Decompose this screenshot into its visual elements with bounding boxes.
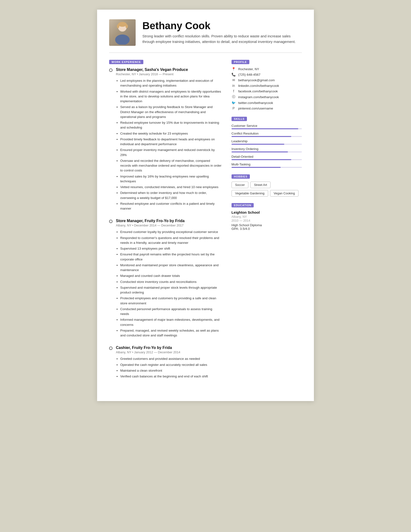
education-section: EDUCATION Leighton School Albany, NY 201… bbox=[231, 203, 302, 230]
job-bullet: Conducted personnel performance appraisa… bbox=[120, 307, 222, 317]
job-item: Store Manager, Fruity Fro-Yo by Frida Al… bbox=[109, 219, 222, 339]
job-title: Store Manager, Fruity Fro-Yo by Frida bbox=[116, 219, 222, 223]
job-bullet: Determined when to order inventory and h… bbox=[120, 190, 222, 200]
skill-bar-bg bbox=[231, 167, 302, 168]
education-label: EDUCATION bbox=[231, 203, 254, 207]
skill-item: Customer Service bbox=[231, 124, 302, 129]
job-bullet: Maintained a clean storefront bbox=[120, 368, 222, 373]
profile-facebook: f facebook.com/bethanycook bbox=[231, 89, 302, 93]
job-bullet: Led employees in the planning, implement… bbox=[120, 78, 222, 88]
work-experience-label: WORK EXPERIENCE bbox=[109, 60, 143, 64]
job-bullet: Operated the cash register and accuratel… bbox=[120, 362, 222, 367]
instagram-icon: ⓒ bbox=[231, 95, 236, 99]
candidate-summary: Strong leader with conflict resolution s… bbox=[142, 33, 302, 45]
resume-page: Bethany Cook Strong leader with conflict… bbox=[97, 10, 314, 401]
job-bullet: Provided timely feedback to department h… bbox=[120, 137, 222, 147]
location-icon: 📍 bbox=[231, 67, 236, 71]
job-circle bbox=[109, 347, 112, 350]
skill-item: Multi-Tasking bbox=[231, 162, 302, 168]
linkedin-icon: in bbox=[231, 84, 236, 87]
header-section: Bethany Cook Strong leader with conflict… bbox=[109, 19, 302, 46]
profile-phone: 📞 (725) 648-4567 bbox=[231, 73, 302, 76]
job-bullet: Worked with district managers and employ… bbox=[120, 89, 222, 104]
job-bullet: Protected employees and customers by pro… bbox=[120, 296, 222, 306]
profile-location: 📍 Rochester, NY bbox=[231, 67, 302, 71]
skill-bar-fill bbox=[231, 144, 284, 145]
twitter-icon: 🐦 bbox=[231, 101, 236, 105]
skill-bar-bg bbox=[231, 144, 302, 145]
candidate-name: Bethany Cook bbox=[142, 20, 302, 31]
job-circle bbox=[109, 220, 112, 223]
job-bullets: Greeted customers and provided assistanc… bbox=[116, 356, 222, 379]
job-bullet: Supervised and maintained proper stock l… bbox=[120, 285, 222, 295]
hobbies-section: HOBBIES Soccer Street Art Vegetable Gard… bbox=[231, 174, 302, 197]
job-meta: Albany, NY • December 2014 — December 20… bbox=[116, 224, 222, 227]
job-bullet: Oversaw and recorded the delivery of mer… bbox=[120, 158, 222, 173]
skill-name: Multi-Tasking bbox=[231, 162, 302, 166]
job-content: Store Manager, Sasha's Vegan Produce Roc… bbox=[116, 67, 222, 212]
hobby-tag: Soccer bbox=[231, 181, 248, 188]
skill-item: Conflict Resolution bbox=[231, 132, 302, 137]
job-bullet: Prepared, managed, and revised weekly sc… bbox=[120, 328, 222, 338]
skill-name: Conflict Resolution bbox=[231, 132, 302, 135]
profile-instagram: ⓒ instagram.com/bethanycook bbox=[231, 95, 302, 99]
profile-twitter: 🐦 twitter.com/bethanycook bbox=[231, 101, 302, 105]
job-bullet: Resolved employee and customer conflicts… bbox=[120, 201, 222, 211]
profile-photo bbox=[109, 19, 136, 46]
skill-item: Leadership bbox=[231, 139, 302, 145]
edu-location: Albany, NY bbox=[231, 215, 302, 218]
job-bullet: Created the weekly schedule for 23 emplo… bbox=[120, 131, 222, 136]
job-bullet: Responded to customer's questions and re… bbox=[120, 236, 222, 246]
skill-name: Detail-Oriented bbox=[231, 155, 302, 158]
profile-label: PROFILE bbox=[231, 60, 249, 64]
job-bullet: Verified cash balances at the beginning … bbox=[120, 374, 222, 379]
skill-bar-fill bbox=[231, 159, 291, 160]
hobby-tag: Vegan Cooking bbox=[270, 190, 299, 197]
job-circle bbox=[109, 68, 112, 72]
profile-linkedin: in linkedin.com/in/bethanycook bbox=[231, 84, 302, 87]
main-columns: WORK EXPERIENCE Store Manager, Sasha's V… bbox=[109, 60, 302, 387]
skill-bar-bg bbox=[231, 152, 302, 152]
skill-bar-fill bbox=[231, 128, 299, 129]
job-meta: Rochester, NY • January 2018 — Present bbox=[116, 72, 222, 76]
hobby-tag: Street Art bbox=[250, 181, 271, 188]
job-bullets: Ensured customer loyalty by providing ex… bbox=[116, 230, 222, 338]
skill-bar-fill bbox=[231, 167, 281, 168]
skill-name: Leadership bbox=[231, 139, 302, 143]
job-bullet: Greeted customers and provided assistanc… bbox=[120, 356, 222, 361]
skill-bar-bg bbox=[231, 159, 302, 160]
profile-pinterest: P pinterest.com/username bbox=[231, 106, 302, 110]
skill-name: Customer Service bbox=[231, 124, 302, 128]
header-info: Bethany Cook Strong leader with conflict… bbox=[142, 19, 302, 45]
photo-placeholder bbox=[109, 19, 136, 46]
facebook-icon: f bbox=[231, 89, 236, 93]
email-icon: ✉ bbox=[231, 78, 236, 82]
hobbies-label: HOBBIES bbox=[231, 174, 250, 179]
job-bullet: Monitored and maintained proper store cl… bbox=[120, 263, 222, 273]
job-bullet: Reduced employee turnover by 15% due to … bbox=[120, 120, 222, 130]
job-title: Cashier, Fruity Fro-Yo by Frida bbox=[116, 346, 222, 350]
job-item: Cashier, Fruity Fro-Yo by Frida Albany, … bbox=[109, 346, 222, 380]
skill-bar-bg bbox=[231, 128, 302, 129]
edu-years: 2010 — 2014 bbox=[231, 219, 302, 222]
skill-bar-fill bbox=[231, 152, 288, 152]
job-bullet: Supervised 13 employees per shift bbox=[120, 246, 222, 251]
svg-point-1 bbox=[115, 35, 130, 45]
skill-bar-fill bbox=[231, 136, 291, 137]
skills-section: SKILLS Customer Service Conflict Resolut… bbox=[231, 116, 302, 168]
job-bullet: Vetted resumes, conducted interviews, an… bbox=[120, 185, 222, 190]
job-bullet: Managed and counted cash drawer totals bbox=[120, 274, 222, 278]
edu-school: Leighton School bbox=[231, 210, 302, 214]
skill-bar-bg bbox=[231, 136, 302, 137]
job-bullet: Ensured customer loyalty by providing ex… bbox=[120, 230, 222, 234]
svg-point-5 bbox=[126, 24, 128, 28]
job-meta: Albany, NY • January 2012 — December 201… bbox=[116, 351, 222, 354]
profile-section: PROFILE 📍 Rochester, NY 📞 (725) 648-4567… bbox=[231, 60, 302, 110]
right-column: PROFILE 📍 Rochester, NY 📞 (725) 648-4567… bbox=[231, 60, 302, 387]
hobby-tag: Vegetable Gardening bbox=[231, 190, 268, 197]
left-column: WORK EXPERIENCE Store Manager, Sasha's V… bbox=[109, 60, 222, 387]
job-item: Store Manager, Sasha's Vegan Produce Roc… bbox=[109, 67, 222, 212]
job-content: Cashier, Fruity Fro-Yo by Frida Albany, … bbox=[116, 346, 222, 380]
job-bullet: Conducted store inventory counts and rec… bbox=[120, 279, 222, 284]
profile-email: ✉ bethanycook@gmail.com bbox=[231, 78, 302, 82]
